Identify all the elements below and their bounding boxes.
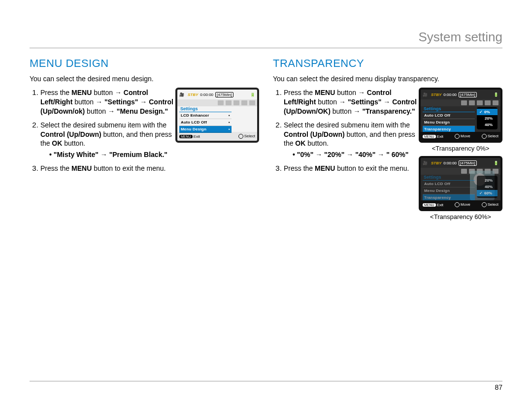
remain-box: [475Min] (215, 92, 233, 97)
move-label: Move (461, 134, 470, 138)
stby-label: STBY (431, 93, 441, 97)
section-menu-design: MENU DESIGN You can select the desired m… (30, 57, 259, 224)
battery-icon: 🔋 (494, 93, 499, 97)
popup-row: 40% (477, 122, 498, 128)
move-icon (455, 134, 460, 139)
select-label: Select (488, 134, 499, 138)
transparency-screenshots: 🎥 STBY 0:00:00 [475Min] 🔋 Settings Auto … (419, 88, 502, 224)
exit-label: Exit (194, 134, 200, 139)
lcd-menu-design: 🎥 STBY 0:00:00 [475Min] 🔋 Settings LCD E… (175, 88, 259, 143)
section-transparency: TRANSPARENCY You can select the desired … (273, 57, 502, 224)
caption-transparency-0: <Transparency 0%> (419, 145, 502, 152)
menu-row: Auto LCD Off▪ (179, 119, 232, 126)
menu-pill: MENU (423, 203, 436, 207)
select-icon (482, 134, 487, 139)
remain-box: [475Min] (459, 160, 477, 166)
menu-row: Auto LCD Off (423, 112, 475, 119)
popup-row-selected: ✓ 60% (477, 190, 498, 196)
page-number: 87 (30, 381, 502, 391)
select-label: Select (244, 134, 255, 138)
step-3: Press the MENU button to exit the menu. (40, 163, 259, 173)
exit-label: Exit (437, 134, 443, 139)
menu-pill: MENU (423, 135, 436, 138)
mode-icon: 🎥 (423, 93, 428, 97)
page-header: System setting (30, 30, 502, 48)
mode-icon: 🎥 (423, 161, 428, 165)
move-icon (455, 202, 460, 207)
battery-icon: 🔋 (494, 161, 499, 165)
popup-row: 20% (477, 115, 498, 122)
transparency-title: TRANSPARENCY (273, 57, 502, 70)
bullet-option: "Misty White" → "Premium Black." (49, 150, 259, 159)
remain-box: [475Min] (459, 92, 477, 97)
select-icon (482, 202, 487, 207)
exit-label: Exit (437, 203, 443, 207)
mode-icon: 🎥 (179, 93, 184, 97)
ok-icon (238, 134, 243, 139)
menu-row: Auto LCD Off (423, 181, 475, 187)
lcd-transparency-60: 🎥 STBY 0:00:00 [475Min] 🔋 Settings Auto … (419, 156, 502, 211)
menu-design-title: MENU DESIGN (30, 57, 259, 70)
menu-design-screenshot: 🎥 STBY 0:00:00 [475Min] 🔋 Settings LCD E… (175, 88, 259, 143)
menu-design-intro: You can select the desired menu design. (30, 75, 259, 83)
stby-label: STBY (431, 161, 441, 165)
transparency-popup: 20% 40% ✓ 60% (477, 176, 498, 198)
menu-row: Menu Design (423, 119, 475, 126)
menu-row: Menu Design (423, 187, 475, 194)
transparency-intro: You can select the desired menu display … (273, 75, 502, 83)
select-label: Select (488, 202, 499, 207)
popup-row: 20% (477, 177, 498, 184)
transparency-popup: ✓ 0% 20% 40% (477, 107, 498, 129)
popup-row-selected: ✓ 0% (477, 109, 498, 115)
menu-header: Settings (423, 175, 475, 181)
timecode: 0:00:00 (443, 93, 457, 97)
menu-header: Settings (423, 106, 475, 112)
stby-label: STBY (188, 93, 198, 97)
battery-icon: 🔋 (250, 93, 255, 97)
popup-row: 40% (477, 184, 498, 190)
caption-transparency-60: <Transparency 60%> (419, 213, 502, 220)
move-label: Move (461, 202, 470, 207)
menu-pill: MENU (179, 135, 193, 138)
menu-header: Settings (179, 106, 232, 112)
lcd-transparency-0: 🎥 STBY 0:00:00 [475Min] 🔋 Settings Auto … (419, 88, 502, 143)
timecode: 0:00:00 (200, 93, 213, 97)
menu-row: LCD Enhancer▪ (179, 112, 232, 119)
timecode: 0:00:00 (443, 161, 457, 165)
